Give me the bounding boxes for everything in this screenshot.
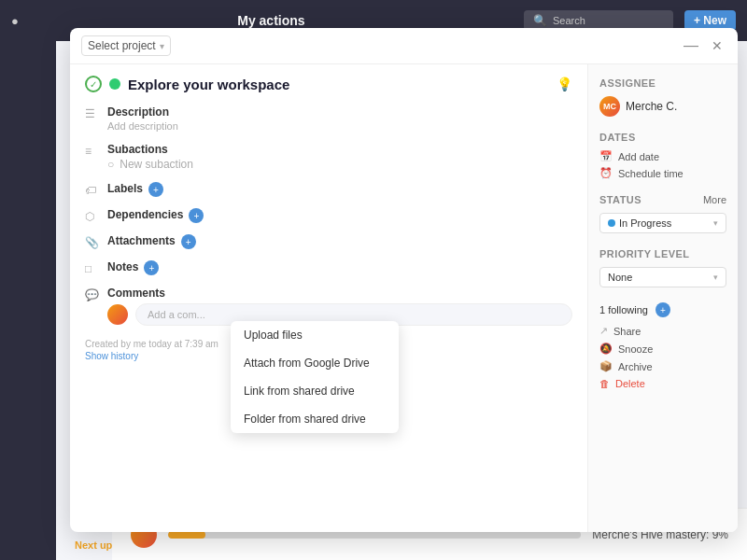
status-section: Status More In Progress ▾	[599, 194, 726, 233]
schedule-time-label: Schedule time	[618, 168, 684, 179]
description-section: ☰ Description Add description	[85, 105, 572, 132]
search-placeholder: Search	[553, 15, 585, 26]
upload-files-item[interactable]: Upload files	[231, 321, 399, 349]
status-dropdown[interactable]: In Progress ▾	[599, 213, 726, 233]
tag-icon: 🏷	[85, 184, 100, 197]
snooze-row[interactable]: 🔕 Snooze	[599, 343, 726, 355]
add-note-button[interactable]: +	[144, 260, 159, 275]
folder-shared-drive-item[interactable]: Folder from shared drive	[231, 405, 399, 433]
comment-placeholder: Add a com...	[148, 309, 205, 320]
subactions-label: Subactions	[107, 143, 572, 156]
archive-icon: 📦	[599, 360, 613, 372]
priority-value: None	[608, 272, 632, 283]
dates-title: Dates	[599, 132, 726, 143]
dependencies-section: ⬡ Dependencies +	[85, 208, 572, 223]
archive-row[interactable]: 📦 Archive	[599, 360, 726, 372]
status-dot	[608, 219, 615, 227]
status-title: Status	[599, 194, 641, 205]
attachment-dropdown: Upload files Attach from Google Drive Li…	[231, 321, 399, 433]
calendar-icon: 📅	[599, 150, 613, 162]
modal-right-pane: Assignee MC Merche C. Dates 📅 Add date ⏰…	[588, 64, 738, 532]
assignee-title: Assignee	[599, 77, 726, 89]
labels-label: Labels	[107, 182, 143, 195]
comment-avatar	[107, 304, 128, 325]
add-follower-button[interactable]: +	[655, 302, 670, 317]
subactions-icon: ≡	[85, 145, 100, 158]
labels-section: 🏷 Labels +	[85, 182, 572, 197]
notes-section: □ Notes +	[85, 260, 572, 275]
modal-left-pane: ✓ Explore your workspace 💡 ☰ Description…	[70, 64, 588, 532]
bulb-icon: 💡	[557, 77, 572, 91]
project-selector-label: Select project	[88, 39, 156, 52]
add-label-button[interactable]: +	[148, 182, 163, 197]
app-icon: ●	[11, 14, 19, 28]
task-status-dot	[109, 78, 120, 90]
clock-icon: ⏰	[599, 167, 613, 179]
task-title-row: ✓ Explore your workspace 💡	[85, 76, 572, 92]
add-date-row[interactable]: 📅 Add date	[599, 150, 726, 162]
priority-chevron-icon: ▾	[713, 273, 718, 282]
modal-body: ✓ Explore your workspace 💡 ☰ Description…	[70, 64, 738, 532]
attachment-icon: 📎	[85, 236, 100, 249]
search-icon: 🔍	[533, 14, 547, 27]
priority-dropdown[interactable]: None ▾	[599, 267, 726, 287]
share-row[interactable]: ↗ Share	[599, 325, 726, 337]
assignee-row: MC Merche C.	[599, 96, 726, 117]
notes-icon: □	[85, 262, 100, 275]
task-check-icon[interactable]: ✓	[85, 76, 102, 92]
more-button[interactable]: More	[703, 194, 726, 205]
snooze-icon: 🔕	[599, 343, 613, 355]
comments-label: Comments	[107, 287, 572, 300]
description-placeholder[interactable]: Add description	[107, 120, 572, 132]
dependencies-label: Dependencies	[107, 208, 183, 221]
status-chevron-icon: ▾	[713, 218, 718, 228]
comments-icon: 💬	[85, 288, 100, 301]
priority-section: Priority Level None ▾	[599, 248, 726, 287]
notes-label: Notes	[107, 260, 138, 273]
assignee-section: Assignee MC Merche C.	[599, 77, 726, 117]
close-button[interactable]: ✕	[708, 36, 726, 55]
link-shared-drive-item[interactable]: Link from shared drive	[231, 377, 399, 405]
new-subaction[interactable]: ○ New subaction	[107, 158, 572, 171]
task-modal: Select project ▾ — ✕ ✓ Explore your work…	[70, 28, 738, 532]
priority-title: Priority Level	[599, 248, 726, 259]
following-row: 1 following +	[599, 302, 726, 317]
page-title: My actions	[30, 13, 513, 28]
description-label: Description	[107, 105, 572, 119]
share-icon: ↗	[599, 325, 608, 337]
attachments-label: Attachments	[107, 234, 176, 247]
subactions-section: ≡ Subactions ○ New subaction	[85, 143, 572, 171]
add-date-label: Add date	[618, 151, 659, 162]
description-icon: ☰	[85, 107, 100, 120]
attach-google-drive-item[interactable]: Attach from Google Drive	[231, 349, 399, 377]
minimize-button[interactable]: —	[682, 36, 700, 55]
chevron-down-icon: ▾	[160, 41, 164, 51]
dependencies-icon: ⬡	[85, 210, 100, 223]
comments-section: 💬 Comments Add a com...	[85, 287, 572, 326]
share-label: Share	[613, 326, 641, 337]
snooze-label: Snooze	[618, 343, 653, 355]
status-value: In Progress	[619, 217, 671, 229]
assignee-name: Merche C.	[626, 100, 677, 113]
following-section: 1 following + ↗ Share 🔕 Snooze 📦 Archive…	[599, 302, 726, 389]
dates-section: Dates 📅 Add date ⏰ Schedule time	[599, 132, 726, 179]
add-dependency-button[interactable]: +	[189, 208, 204, 223]
delete-label: Delete	[615, 378, 645, 389]
new-subaction-label: New subaction	[120, 158, 193, 171]
task-title: Explore your workspace	[128, 77, 289, 92]
following-label: 1 following	[599, 304, 648, 315]
modal-header: Select project ▾ — ✕	[70, 28, 738, 64]
trash-icon: 🗑	[599, 378, 610, 389]
add-attachment-button[interactable]: +	[181, 234, 196, 249]
check-circle-icon: ○	[107, 158, 114, 171]
attachments-section: 📎 Attachments +	[85, 234, 572, 249]
schedule-time-row[interactable]: ⏰ Schedule time	[599, 167, 726, 179]
project-selector[interactable]: Select project ▾	[81, 35, 171, 56]
assignee-avatar: MC	[599, 96, 620, 117]
delete-row[interactable]: 🗑 Delete	[599, 378, 726, 389]
bg-sidebar	[0, 41, 56, 560]
archive-label: Archive	[618, 361, 653, 372]
